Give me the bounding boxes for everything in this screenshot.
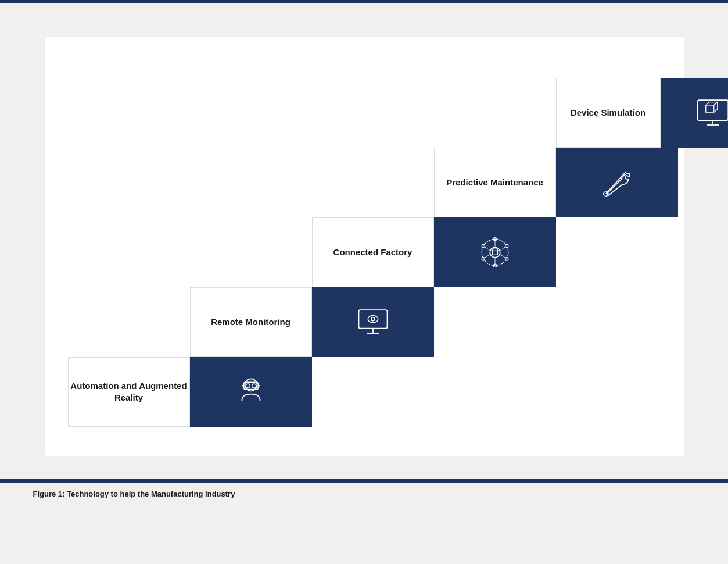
svg-point-12 [490, 247, 500, 258]
step-device-simulation: Device Simulation [556, 78, 729, 148]
step-4-label: Predictive Maintenance [446, 177, 543, 188]
step-predictive-maintenance: Predictive Maintenance [434, 148, 678, 217]
svg-point-3 [252, 384, 256, 388]
step-3-icon-tile [434, 217, 556, 287]
step-connected-factory: Connected Factory [312, 217, 556, 287]
svg-point-2 [246, 384, 250, 388]
step-automation: Automation and Augmented Reality [68, 357, 312, 427]
step-1-label: Automation and Augmented Reality [69, 380, 189, 404]
factory-network-icon [475, 232, 515, 273]
step-1-icon-tile [190, 357, 312, 427]
svg-line-22 [500, 255, 505, 258]
svg-rect-13 [492, 251, 497, 255]
figure-caption: Figure 1: Technology to help the Manufac… [27, 490, 701, 498]
svg-point-7 [368, 316, 378, 323]
bottom-border [0, 479, 728, 483]
svg-rect-29 [705, 105, 713, 112]
vr-headset-icon [231, 372, 271, 412]
wrench-cross-icon [597, 162, 637, 203]
diagram-container: Automation and Augmented Reality [45, 37, 684, 456]
svg-line-24 [484, 255, 490, 258]
step-remote-monitoring: Remote Monitoring [190, 287, 434, 357]
step-2-text-tile: Remote Monitoring [190, 287, 312, 357]
staircase-diagram: Automation and Augmented Reality [68, 66, 661, 427]
step-3-text-tile: Connected Factory [312, 217, 434, 287]
svg-point-8 [371, 317, 374, 321]
svg-rect-28 [697, 100, 728, 120]
step-5-label: Device Simulation [571, 107, 645, 119]
svg-line-25 [484, 247, 490, 250]
step-4-icon-tile [556, 148, 678, 217]
device-sim-icon [693, 92, 729, 133]
step-3-label: Connected Factory [333, 247, 413, 258]
step-5-icon-tile [661, 78, 729, 148]
step-5-text-tile: Device Simulation [556, 78, 661, 148]
svg-line-21 [500, 247, 505, 250]
svg-rect-6 [358, 310, 387, 329]
step-4-text-tile: Predictive Maintenance [434, 148, 556, 217]
monitor-eye-icon [353, 302, 393, 342]
svg-line-26 [605, 172, 626, 194]
step-2-icon-tile [312, 287, 434, 357]
main-card: Automation and Augmented Reality [27, 14, 701, 479]
step-2-label: Remote Monitoring [211, 316, 291, 328]
step-1-text-tile: Automation and Augmented Reality [68, 357, 190, 427]
